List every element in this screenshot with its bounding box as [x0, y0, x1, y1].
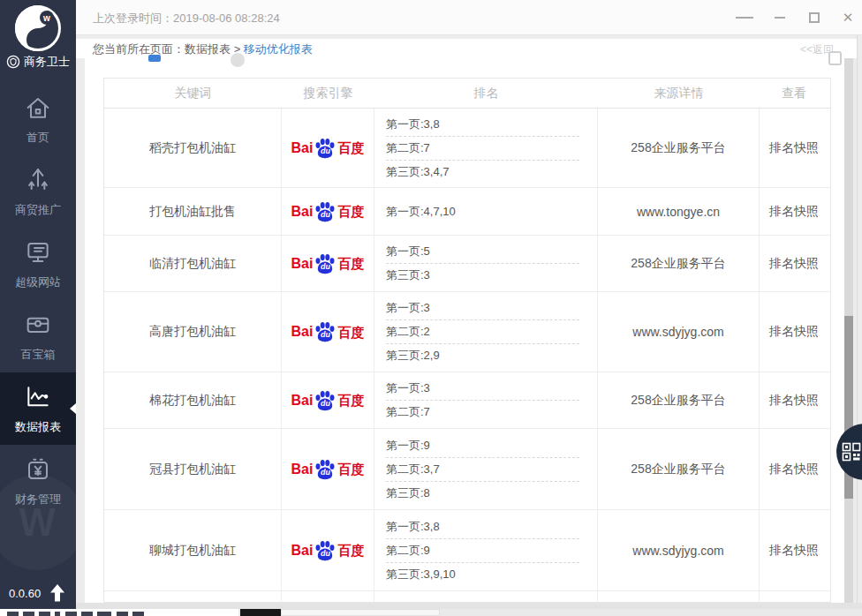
- keyword-cell: 临清打包机油缸: [104, 236, 282, 291]
- rank-snapshot-link[interactable]: 排名快照: [760, 372, 828, 428]
- selected-item-arrow: [70, 403, 76, 414]
- rank-snapshot-link[interactable]: 排名快照: [760, 429, 828, 509]
- content-area: 关键词 搜索引擎 排名 来源详情 查看 稻壳打包机油缸 Bai du 百度: [85, 58, 844, 603]
- header-rank: 排名: [374, 79, 598, 108]
- table-row-clipped: [104, 591, 830, 602]
- minimize-icon[interactable]: [771, 9, 789, 26]
- source-cell: www.sdyjyg.com: [598, 510, 760, 590]
- source-cell: 258企业服务平台: [598, 109, 760, 187]
- rank-line: 第三页:3: [386, 263, 579, 287]
- baidu-bai-text: Bai: [291, 257, 314, 271]
- brand-row: 商务卫士: [0, 54, 76, 70]
- close-icon[interactable]: ✕: [839, 9, 857, 26]
- search-engine-cell: Bai du 百度: [282, 429, 374, 509]
- search-engine-cell: Bai du 百度: [282, 109, 374, 187]
- rank-cell: 第一页:3,8 第二页:7 第三页:3,4,7: [374, 109, 598, 187]
- rank-line: 第一页:3,8: [386, 515, 579, 538]
- sidebar-item-website[interactable]: 超级网站: [0, 228, 76, 300]
- background-light-panel: [281, 609, 440, 616]
- background-window-strip: [0, 609, 862, 616]
- background-dark-block: [240, 609, 281, 616]
- baidu-paw-icon: du: [314, 201, 336, 222]
- baidu-logo: Bai du 百度: [291, 390, 365, 411]
- search-engine-cell: Bai du 百度: [282, 292, 374, 372]
- table-row: 稻壳打包机油缸 Bai du 百度 第一页:3,8 第二页:7 第三页:3,4,…: [104, 109, 830, 188]
- baidu-du-text: du: [314, 550, 336, 558]
- baidu-bai-text: Bai: [291, 141, 314, 155]
- rank-line: 第二页:9: [386, 538, 579, 562]
- baidu-paw-icon: du: [314, 540, 336, 561]
- clipped-tab-indicator: [148, 55, 161, 62]
- header-source: 来源详情: [598, 79, 760, 108]
- sidebar-item-reports[interactable]: 数据报表: [0, 372, 76, 445]
- source-cell: 258企业服务平台: [598, 429, 760, 509]
- app-logo: w: [14, 4, 62, 52]
- baidu-paw-icon: du: [314, 321, 336, 342]
- keyword-cell: 棉花打包机油缸: [104, 372, 282, 428]
- monitor-icon: [24, 238, 52, 267]
- up-arrow-icon: [49, 584, 65, 602]
- baidu-cn-text: 百度: [337, 544, 364, 557]
- last-login-time: 上次登录时间：2019-08-06 08:28:24: [93, 11, 280, 26]
- sidebar-item-home[interactable]: 首页: [0, 83, 76, 155]
- rank-cell: 第一页:9 第二页:3,7 第三页:8: [374, 429, 598, 509]
- baidu-du-text: du: [314, 211, 336, 219]
- sidebar-item-label: 超级网站: [15, 274, 61, 290]
- table-row: 高唐打包机油缸 Bai du 百度 第一页:3 第二页:2 第三页:2,9: [104, 292, 830, 372]
- rank-snapshot-link[interactable]: 排名快照: [760, 188, 828, 235]
- rank-line: 第三页:3,4,7: [386, 160, 579, 184]
- sidebar-item-toolbox[interactable]: 百宝箱: [0, 300, 76, 372]
- search-engine-cell: Bai du 百度: [282, 188, 374, 235]
- rank-report-table: 关键词 搜索引擎 排名 来源详情 查看 稻壳打包机油缸 Bai du 百度: [103, 78, 831, 603]
- baidu-paw-icon: du: [314, 390, 336, 411]
- breadcrumb-prefix: 您当前所在页面：: [93, 42, 185, 56]
- rank-snapshot-link[interactable]: 排名快照: [760, 109, 828, 187]
- rank-cell: 第一页:5 第三页:3: [374, 236, 598, 291]
- rank-snapshot-link[interactable]: 排名快照: [760, 292, 828, 372]
- menu-icon[interactable]: [736, 9, 753, 26]
- breadcrumb-section: 数据报表: [185, 42, 231, 56]
- scrollbar-track[interactable]: [844, 58, 853, 603]
- baidu-bai-text: Bai: [291, 325, 314, 339]
- rank-line: 第一页:3: [386, 297, 579, 319]
- rank-line: 第二页:2: [386, 319, 579, 343]
- brand-name: 商务卫士: [24, 54, 70, 70]
- breadcrumb: 您当前所在页面：数据报表 > 移动优化报表: [93, 41, 313, 57]
- table-row: 棉花打包机油缸 Bai du 百度 第一页:3 第二页:7: [104, 372, 830, 429]
- baidu-logo: Bai du 百度: [291, 253, 365, 274]
- rank-line: 第二页:7: [386, 136, 579, 160]
- rank-snapshot-link[interactable]: 排名快照: [760, 510, 828, 590]
- breadcrumb-current[interactable]: 移动优化报表: [244, 42, 313, 56]
- baidu-du-text: du: [314, 331, 336, 339]
- sidebar-item-label: 数据报表: [15, 419, 61, 435]
- sidebar-nav: 首页 商贸推广 超级网站 百宝箱: [0, 83, 76, 517]
- sidebar: w 商务卫士 首页 商贸推广: [0, 0, 76, 609]
- header-keyword: 关键词: [104, 79, 282, 108]
- keyword-cell: 冠县打包机油缸: [104, 429, 282, 509]
- sidebar-item-label: 商贸推广: [15, 202, 61, 218]
- rank-line: 第二页:7: [386, 400, 579, 424]
- promotion-arrows-icon: [24, 166, 52, 194]
- baidu-cn-text: 百度: [337, 205, 364, 218]
- rank-line: 第三页:2,9: [386, 343, 579, 367]
- maximize-icon[interactable]: [805, 9, 823, 26]
- rank-cell: 第一页:4,7,10: [374, 188, 598, 235]
- scroll-to-top-button[interactable]: [49, 584, 65, 602]
- table-header-row: 关键词 搜索引擎 排名 来源详情 查看: [104, 79, 830, 109]
- sidebar-item-promotion[interactable]: 商贸推广: [0, 155, 76, 228]
- rank-line: 第一页:4,7,10: [386, 200, 579, 223]
- baidu-cn-text: 百度: [337, 326, 364, 339]
- baidu-paw-icon: du: [314, 253, 336, 274]
- search-engine-cell: Bai du 百度: [282, 236, 374, 291]
- rank-line: 第一页:3: [386, 377, 579, 400]
- background-text-strip: [0, 609, 238, 616]
- clipped-toggle-icon: [231, 53, 245, 67]
- baidu-du-text: du: [314, 469, 336, 477]
- app-window: 上次登录时间：2019-08-06 08:28:24 ✕ 您当前所在页面：数据报…: [0, 0, 862, 616]
- rank-line: 第一页:9: [386, 434, 579, 457]
- baidu-cn-text: 百度: [337, 394, 364, 407]
- rank-snapshot-link[interactable]: 排名快照: [760, 236, 828, 291]
- sidebar-item-label: 首页: [26, 130, 49, 146]
- table-row: 聊城打包机油缸 Bai du 百度 第一页:3,8 第二页:9 第三页:3,9,…: [104, 510, 830, 591]
- search-engine-cell: Bai du 百度: [282, 510, 374, 590]
